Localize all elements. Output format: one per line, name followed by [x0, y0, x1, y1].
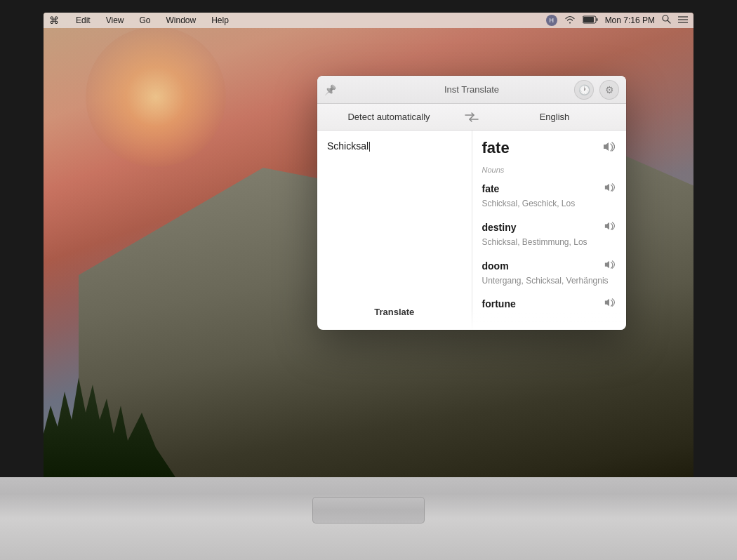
clock-icon — [578, 84, 590, 95]
titlebar-controls — [574, 80, 619, 100]
svg-rect-1 — [583, 17, 594, 22]
entry-doom-synonyms: Untergang, Schicksal, Verhängnis — [482, 275, 617, 287]
nouns-section-header: Nouns — [482, 166, 617, 174]
language-bar: Detect automatically English — [317, 104, 626, 131]
entry-doom-row: doom — [482, 258, 617, 274]
main-translated-word: fate — [482, 139, 510, 157]
window-title: Inst Translate — [444, 84, 499, 95]
swap-languages-button[interactable] — [460, 104, 483, 130]
fortune-speaker-button[interactable] — [602, 296, 616, 312]
text-cursor — [369, 142, 370, 152]
translate-button[interactable]: Translate — [366, 302, 423, 321]
entry-destiny-synonyms: Schicksal, Bestimmung, Los — [482, 236, 617, 248]
input-text: Schicksal — [327, 140, 368, 152]
entry-fortune-row: fortune — [482, 296, 617, 312]
wifi-icon — [564, 15, 576, 26]
entry-destiny-row: destiny — [482, 220, 617, 235]
entry-destiny-word: destiny — [482, 222, 517, 233]
entry-doom-word: doom — [482, 260, 509, 272]
fate-speaker-button[interactable] — [602, 181, 616, 196]
entry-fortune: fortune — [482, 296, 617, 312]
entry-fate-synonyms: Schicksal, Geschick, Los — [482, 198, 617, 210]
entry-fortune-word: fortune — [482, 298, 516, 309]
list-icon[interactable] — [678, 15, 688, 26]
macbook-frame: ⌘ Edit View Go Window Help H — [0, 0, 737, 560]
content-area: Schicksal Translate fate — [317, 131, 626, 330]
entry-doom: doom Untergang, Schicksal, Verhängnis — [482, 258, 617, 287]
input-pane: Schicksal Translate — [317, 131, 472, 330]
apple-menu[interactable]: ⌘ — [49, 15, 59, 26]
entry-fate-row: fate — [482, 181, 617, 196]
main-speaker-button[interactable] — [601, 140, 616, 156]
history-button[interactable] — [574, 80, 594, 100]
entry-destiny: destiny Schicksal, Bestimmung, Los — [482, 220, 617, 248]
source-language-selector[interactable]: Detect automatically — [317, 104, 460, 130]
menu-time: Mon 7:16 PM — [605, 15, 655, 25]
doom-speaker-button[interactable] — [602, 258, 616, 274]
source-text-input[interactable]: Schicksal — [327, 139, 462, 302]
titlebar: Inst Translate — [317, 76, 626, 104]
screen: ⌘ Edit View Go Window Help H — [44, 13, 693, 490]
settings-button[interactable] — [599, 80, 619, 100]
menu-go[interactable]: Go — [136, 15, 153, 25]
entry-fate: fate Schicksal, Geschick, Los — [482, 181, 617, 210]
search-menubar-icon[interactable] — [662, 15, 671, 26]
menubar: ⌘ Edit View Go Window Help H — [44, 13, 693, 28]
menu-user-icon: H — [546, 15, 557, 26]
menu-view[interactable]: View — [103, 15, 127, 25]
translate-window: Inst Translate Detect automatically — [317, 76, 626, 330]
menu-help[interactable]: Help — [208, 15, 232, 25]
entry-fate-word: fate — [482, 183, 500, 194]
pin-button[interactable] — [324, 84, 336, 96]
destiny-speaker-button[interactable] — [602, 220, 616, 235]
svg-rect-2 — [596, 18, 597, 21]
menubar-left: ⌘ Edit View Go Window Help — [49, 15, 232, 26]
macbook-trackpad — [312, 497, 425, 524]
battery-icon — [583, 15, 598, 26]
svg-line-4 — [668, 20, 670, 23]
gear-icon — [605, 84, 614, 95]
menu-window[interactable]: Window — [164, 15, 199, 25]
menu-edit[interactable]: Edit — [73, 15, 93, 25]
output-pane: fate Nouns — [472, 131, 627, 330]
menubar-right: H Mon 7:16 PM — [546, 15, 688, 26]
main-translation: fate — [482, 139, 617, 157]
target-language-selector[interactable]: English — [483, 104, 626, 130]
